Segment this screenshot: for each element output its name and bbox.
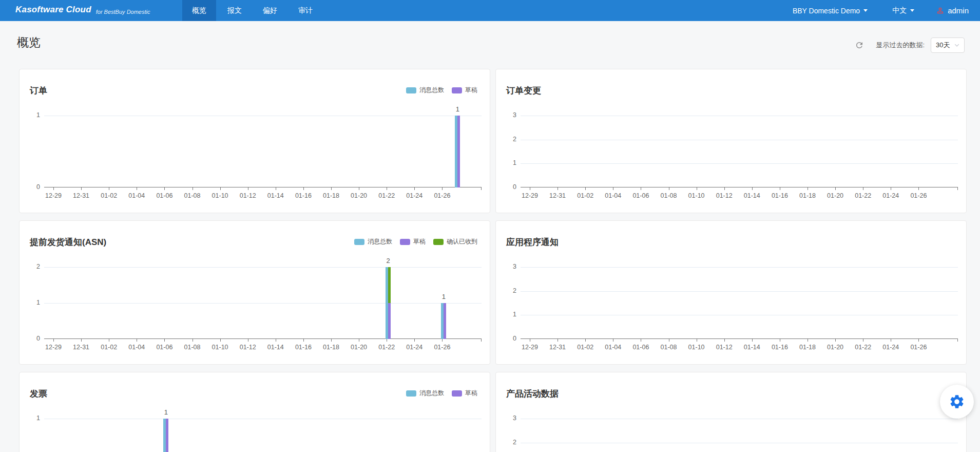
x-axis-tick bbox=[780, 187, 780, 190]
x-axis-tick bbox=[835, 187, 836, 190]
legend-item[interactable]: 消息总数 bbox=[406, 389, 444, 398]
x-axis-tick bbox=[697, 187, 697, 190]
x-axis-tick bbox=[53, 339, 54, 342]
legend-item[interactable]: 草稿 bbox=[452, 389, 477, 398]
y-gridline bbox=[521, 267, 958, 268]
x-axis-tick bbox=[780, 339, 780, 342]
y-axis-label: 2 bbox=[20, 263, 40, 270]
brand-suffix: for BestBuy Domestic bbox=[96, 9, 150, 15]
x-axis-label: 12-31 bbox=[67, 344, 95, 351]
x-axis-tick bbox=[109, 339, 109, 342]
y-axis-label: 0 bbox=[20, 335, 40, 342]
top-navbar: Kasoftware Cloud for BestBuy Domestic 概览… bbox=[0, 0, 980, 21]
x-axis-label: 01-10 bbox=[206, 344, 234, 351]
chart-card-title: 订单 bbox=[30, 85, 47, 97]
legend-item[interactable]: 草稿 bbox=[452, 86, 477, 95]
x-axis-label: 01-16 bbox=[766, 344, 794, 351]
y-axis-label: 3 bbox=[496, 415, 516, 422]
legend-swatch bbox=[400, 239, 410, 245]
legend-swatch bbox=[452, 390, 462, 397]
x-axis-label: 01-22 bbox=[373, 344, 400, 351]
chart-bar bbox=[457, 116, 460, 187]
language-dropdown[interactable]: 中文 bbox=[892, 6, 914, 15]
x-axis-label: 01-18 bbox=[794, 344, 821, 351]
x-axis-label: 01-22 bbox=[373, 192, 400, 199]
chart-bar bbox=[444, 303, 446, 339]
legend-item[interactable]: 消息总数 bbox=[354, 237, 392, 246]
x-axis-label: 01-24 bbox=[400, 192, 428, 199]
user-menu[interactable]: admin bbox=[936, 6, 969, 15]
x-axis-label: 01-02 bbox=[95, 192, 123, 199]
x-axis-tick bbox=[585, 339, 586, 342]
x-axis-label: 01-14 bbox=[738, 344, 766, 351]
x-axis-tick bbox=[164, 339, 165, 342]
x-axis-label: 01-14 bbox=[262, 344, 290, 351]
x-axis-label: 01-04 bbox=[123, 344, 150, 351]
page-header: 概览 显示过去的数据: 30天 bbox=[0, 21, 980, 69]
legend-label: 草稿 bbox=[465, 86, 477, 95]
navbar-right: BBY Domestic Demo 中文 admin bbox=[793, 0, 969, 21]
y-axis-label: 2 bbox=[496, 439, 516, 446]
x-axis-label: 01-18 bbox=[317, 192, 345, 199]
x-axis-label: 12-31 bbox=[67, 192, 95, 199]
x-axis-label: 12-31 bbox=[544, 192, 571, 199]
settings-fab-button[interactable] bbox=[940, 385, 974, 419]
x-axis-label: 01-04 bbox=[599, 192, 627, 199]
chart-card-title: 发票 bbox=[30, 388, 47, 400]
nav-tab-2[interactable]: 报文 bbox=[218, 0, 252, 21]
y-axis-label: 0 bbox=[496, 335, 516, 342]
legend-label: 草稿 bbox=[413, 237, 426, 246]
username-label: admin bbox=[948, 6, 969, 15]
chart-card-title: 应用程序通知 bbox=[506, 236, 559, 248]
x-axis-label: 01-02 bbox=[571, 192, 599, 199]
x-axis-tick bbox=[613, 339, 613, 342]
refresh-button[interactable] bbox=[854, 40, 864, 50]
x-axis-label: 01-20 bbox=[345, 344, 373, 351]
bar-value-label: 1 bbox=[433, 293, 454, 300]
x-axis-label: 12-29 bbox=[516, 344, 544, 351]
y-gridline bbox=[521, 291, 958, 292]
legend-label: 消息总数 bbox=[419, 86, 444, 95]
tenant-dropdown[interactable]: BBY Domestic Demo bbox=[793, 7, 868, 15]
x-axis-tick bbox=[303, 187, 304, 190]
bar-value-label: 1 bbox=[447, 105, 468, 113]
x-axis-tick bbox=[669, 187, 669, 190]
x-axis-label: 01-18 bbox=[317, 344, 345, 351]
nav-tab-1[interactable]: 概览 bbox=[182, 0, 216, 21]
brand-name: Kasoftware Cloud bbox=[15, 5, 91, 15]
x-axis-label: 01-14 bbox=[738, 192, 766, 199]
x-axis-label: 01-22 bbox=[849, 192, 877, 199]
x-axis-label: 01-26 bbox=[905, 344, 932, 351]
nav-tab-4[interactable]: 审计 bbox=[289, 0, 322, 21]
x-axis-label: 01-26 bbox=[428, 192, 456, 199]
chart-card-1: 订单消息总数草稿0112-2912-3101-0201-0401-0601-08… bbox=[19, 69, 490, 213]
y-gridline bbox=[44, 116, 482, 116]
x-axis-tick bbox=[387, 187, 387, 190]
x-axis-label: 01-14 bbox=[262, 192, 290, 199]
x-axis-label: 01-10 bbox=[683, 344, 710, 351]
x-axis-tick bbox=[164, 187, 165, 190]
legend-item[interactable]: 草稿 bbox=[400, 237, 426, 246]
x-axis-tick bbox=[918, 187, 919, 190]
x-axis-tick bbox=[359, 339, 359, 342]
chart-legend: 消息总数草稿 bbox=[398, 389, 477, 398]
x-axis-tick bbox=[641, 187, 641, 190]
filter-label: 显示过去的数据: bbox=[876, 41, 925, 50]
legend-item[interactable]: 确认已收到 bbox=[433, 237, 477, 246]
x-axis-label: 01-02 bbox=[571, 344, 599, 351]
legend-swatch bbox=[406, 390, 416, 397]
x-axis-tick bbox=[724, 187, 725, 190]
legend-item[interactable]: 消息总数 bbox=[406, 86, 444, 95]
x-axis-label: 01-24 bbox=[877, 192, 905, 199]
x-axis-label: 01-12 bbox=[234, 344, 262, 351]
brand-logo[interactable]: Kasoftware Cloud for BestBuy Domestic bbox=[0, 0, 150, 21]
chart-plot-area: 012312-2912-3101-0201-0401-0601-0801-100… bbox=[521, 419, 958, 452]
x-axis-label: 01-10 bbox=[206, 192, 234, 199]
nav-tab-3[interactable]: 偏好 bbox=[253, 0, 287, 21]
y-axis-label: 0 bbox=[496, 183, 516, 191]
y-gridline bbox=[521, 163, 958, 164]
chart-card-title: 产品活动数据 bbox=[506, 388, 559, 400]
chart-card-title: 订单变更 bbox=[506, 85, 541, 97]
x-axis-tick bbox=[220, 187, 221, 190]
range-select[interactable]: 30天 bbox=[931, 37, 965, 53]
